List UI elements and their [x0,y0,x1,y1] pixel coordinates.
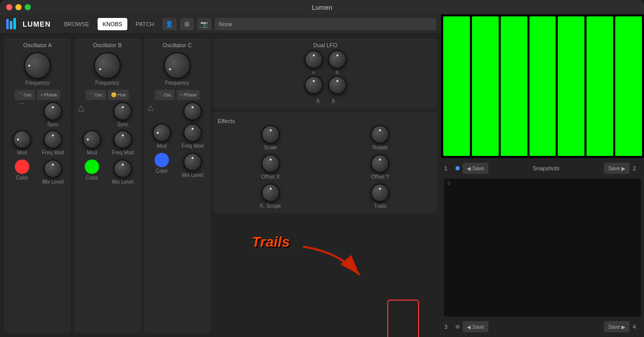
snapshot-row-1: 1 ◀ Save Snapshots Save ▶ 2 [444,161,641,175]
osc-c-color-dot[interactable] [155,153,169,167]
oscillator-a-panel: Oscillator A Frequency ⌒ Osc ~ Phase ⌒ [4,38,71,333]
effects-offsetx-knob[interactable] [261,154,280,173]
snapshot-num-1: 1 [444,165,452,171]
lfo-a-bottom-knob[interactable] [305,76,323,94]
osc-a-color-label: Color [16,175,28,181]
visualization-area [441,14,644,158]
effects-trails-knob[interactable] [371,184,389,202]
osc-a-mixlevel-knob[interactable] [44,160,62,178]
osc-b-freqmod-label: Freq Mod [112,150,134,155]
osc-c-freq-knob-container: Frequency [164,52,191,86]
osc-b-mod-label: Mod [87,150,97,155]
green-bar-3 [501,16,527,156]
osc-b-color-dot[interactable] [85,160,99,174]
close-button[interactable] [6,4,12,10]
osc-b-freq-knob-container: Frequency [94,52,121,86]
synth-body: Oscillator A Frequency ⌒ Osc ~ Phase ⌒ [0,34,441,337]
osc-a-mod-knob[interactable] [13,130,31,149]
osc-b-freqmod-knob[interactable] [113,130,132,149]
osc-c-sync-knob-container [179,102,206,121]
osc-c-frequency-knob[interactable] [164,52,191,79]
knob-dot [270,129,272,131]
save-forward-button-1[interactable]: Save ▶ [604,163,630,174]
effects-kscope-knob[interactable] [261,184,280,202]
effects-offsety-label: Offset Y [371,174,389,180]
lfo-arrows: ∧ ∧ [315,96,336,105]
osc-c-mixlevel-knob[interactable] [183,153,202,171]
osc-a-frequency-knob[interactable] [24,52,51,79]
save-back-button-3[interactable]: ◀ Save [463,321,488,332]
knob-dot [270,158,272,161]
osc-a-color-dot[interactable] [15,160,29,174]
osc-c-freqmod-knob[interactable] [183,124,202,142]
osc-c-osc-button[interactable]: ⌒ Osc [155,90,175,100]
effects-trails-label: Trails [374,203,386,209]
save-forward-button-3[interactable]: Save ▶ [604,321,630,332]
osc-b-hue-button[interactable]: 😊 Hue [108,90,129,100]
osc-b-frequency-knob[interactable] [94,52,121,79]
lfo-b-bottom-knob[interactable] [328,76,347,94]
osc-b-sync-knob-container: Sync [109,102,137,127]
save-back-button-1[interactable]: ◀ Save [463,163,488,174]
knob-dot [17,138,19,141]
snapshot-dot-1 [456,166,460,170]
effects-offsety-knob[interactable] [371,154,389,173]
knob-dot [52,164,54,166]
green-bars [441,14,644,158]
knob-dot [28,65,30,67]
logo-icon [5,17,20,31]
osc-a-freq-knob-container: Frequency [24,52,51,86]
knob-dot [313,54,315,56]
osc-b-osc-button[interactable]: ⌒ Osc [86,90,106,100]
osc-c-sync-knob[interactable] [183,102,202,121]
svg-rect-2 [13,18,16,29]
browse-button[interactable]: BROWSE [59,18,94,30]
osc-a-phase-button[interactable]: ~ Phase [37,90,60,100]
osc-a-sync-label: Sync [47,122,59,127]
knob-dot [379,188,381,190]
osc-c-freqmod-label: Freq Mod [182,143,204,149]
traffic-lights [6,4,31,10]
osc-a-btn-row: ⌒ Osc ~ Phase [15,90,60,100]
osc-c-mod-knob-container: Mod [148,124,176,149]
green-bar-4 [529,16,556,156]
lfo-a-top-knob[interactable] [305,50,323,69]
minimize-button[interactable] [15,4,22,10]
osc-a-osc-button[interactable]: ⌒ Osc [15,90,35,100]
osc-c-mixlevel-knob-container: Mix Level [179,153,206,178]
osc-b-color-container: Color [78,160,106,185]
osc-a-sync-knob[interactable] [44,102,62,121]
effects-scale-knob[interactable] [261,125,280,144]
osc-a-knob-grid: ⌒ Sync Mod [8,102,67,155]
green-bar-6 [586,16,613,156]
knobs-button[interactable]: KNOBS [98,18,128,30]
snapshot-cursor: 9 [447,181,450,186]
user-icon-button[interactable]: 👤 [162,18,177,30]
effects-kscope-container: K. Scope [218,184,324,209]
effects-kscope-label: K. Scope [260,203,281,209]
osc-c-mod-knob[interactable] [153,124,171,142]
osc-b-freqmod-knob-container: Freq Mod [109,130,137,155]
osc-a-freqmod-knob[interactable] [44,130,62,149]
lfo-arrow-1: ∧ [315,96,320,105]
preset-input[interactable] [215,18,436,30]
display-icon-button[interactable]: ⊞ [180,18,194,30]
svg-rect-1 [10,21,12,29]
snapshots-label: Snapshots [491,165,601,171]
osc-c-btn-row: ⌒ Osc ~ Phase [155,90,200,100]
camera-icon-button[interactable]: 📷 [197,18,212,30]
knob-dot [122,134,124,136]
lfo-b-top-knob[interactable] [328,50,347,69]
osc-b-mixlevel-knob[interactable] [113,160,132,178]
osc-b-mod-knob[interactable] [83,130,101,149]
snapshot-num-4: 4 [633,324,641,330]
svg-rect-0 [6,19,9,29]
knob-dot [192,106,194,108]
maximize-button[interactable] [25,4,31,10]
osc-b-sync-knob[interactable] [113,102,132,121]
patch-button[interactable]: PATCH [130,18,159,30]
effects-rotate-knob[interactable] [371,125,389,144]
osc-c-phase-button[interactable]: ~ Phase [177,90,200,100]
effects-offsetx-container: Offset X [218,154,324,180]
knob-dot [192,128,194,130]
